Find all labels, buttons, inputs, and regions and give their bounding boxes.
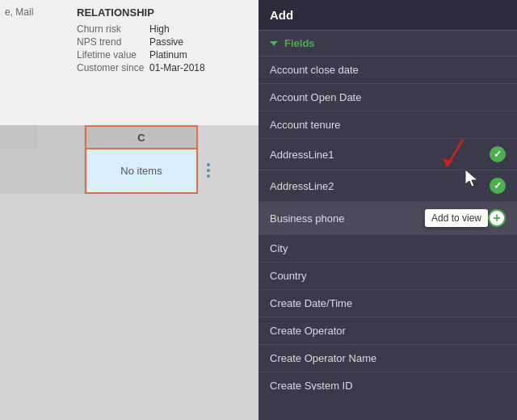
- field-item-account-close-date[interactable]: Account close date: [258, 57, 517, 84]
- field-item-create-datetime[interactable]: Create Date/Time: [258, 290, 517, 317]
- rel-row-churn: Churn risk High: [77, 23, 250, 35]
- add-panel-header: Add: [258, 0, 517, 31]
- grid-options-dots[interactable]: [204, 160, 213, 181]
- field-item-account-open-date[interactable]: Account Open Date: [258, 84, 517, 111]
- addressline1-check-icon: [490, 146, 506, 162]
- dot-2: [207, 169, 210, 172]
- partial-text-1: e, Mail: [5, 6, 69, 18]
- field-name-account-tenure: Account tenure: [270, 119, 340, 131]
- rel-label-customer-since: Customer since: [77, 62, 149, 74]
- business-phone-add-button[interactable]: [488, 209, 506, 227]
- rel-row-lifetime: Lifetime value Platinum: [77, 49, 250, 61]
- grid-header-row: C: [0, 125, 258, 149]
- field-item-create-operator-name[interactable]: Create Operator Name: [258, 345, 517, 372]
- relationship-section: RELATIONSHIP Churn risk High NPS trend P…: [69, 0, 258, 125]
- dot-1: [207, 163, 210, 166]
- field-name-create-system-id: Create System ID: [270, 380, 353, 390]
- col-placeholder-1: [0, 125, 36, 149]
- field-item-addressline2[interactable]: AddressLine2: [258, 170, 517, 202]
- relationship-title: RELATIONSHIP: [77, 6, 250, 19]
- rel-row-nps: NPS trend Passive: [77, 36, 250, 48]
- field-item-city[interactable]: City: [258, 235, 517, 262]
- field-name-account-open-date: Account Open Date: [270, 91, 361, 103]
- fields-section-header[interactable]: Fields: [258, 31, 517, 57]
- field-item-create-system-id[interactable]: Create System ID: [258, 372, 517, 390]
- field-name-create-operator-name: Create Operator Name: [270, 352, 376, 364]
- rel-label-churn: Churn risk: [77, 23, 149, 35]
- field-name-business-phone: Business phone: [270, 212, 345, 225]
- field-item-business-phone[interactable]: Business phone Add to view: [258, 202, 517, 235]
- rel-value-churn: High: [149, 23, 170, 35]
- no-items-cell: No items: [85, 149, 198, 194]
- field-item-country[interactable]: Country: [258, 262, 517, 290]
- rel-value-customer-since: 01-Mar-2018: [149, 62, 205, 74]
- grid-data-row: No items: [0, 149, 258, 194]
- dot-3: [207, 174, 210, 178]
- rel-value-nps: Passive: [149, 36, 183, 48]
- left-partial-section: e, Mail: [0, 0, 69, 125]
- field-name-addressline1: AddressLine1: [270, 149, 334, 161]
- add-to-view-tooltip: Add to view: [425, 209, 488, 227]
- grid-empty-cols: [0, 149, 85, 194]
- field-item-addressline1[interactable]: AddressLine1: [258, 139, 517, 170]
- field-name-account-close-date: Account close date: [270, 64, 359, 76]
- col-c-header: C: [85, 125, 198, 149]
- fields-scroll-area[interactable]: Fields Account close date Account Open D…: [258, 31, 517, 390]
- field-name-create-operator: Create Operator: [270, 325, 346, 337]
- field-name-country: Country: [270, 270, 307, 282]
- field-name-addressline2: AddressLine2: [270, 180, 334, 192]
- rel-label-lifetime: Lifetime value: [77, 49, 149, 61]
- field-name-city: City: [270, 242, 288, 254]
- field-name-create-datetime: Create Date/Time: [270, 297, 352, 309]
- fields-label: Fields: [284, 37, 315, 49]
- field-item-account-tenure[interactable]: Account tenure: [258, 111, 517, 139]
- rel-row-customer-since: Customer since 01-Mar-2018: [77, 62, 250, 74]
- col-placeholder-2: [36, 125, 85, 149]
- right-panel: Add Fields Account close date Account Op…: [258, 0, 517, 420]
- addressline2-check-icon: [490, 178, 506, 194]
- chevron-down-icon: [270, 41, 278, 46]
- rel-label-nps: NPS trend: [77, 36, 149, 48]
- grid-area: C No items: [0, 125, 258, 420]
- rel-value-lifetime: Platinum: [149, 49, 187, 61]
- field-item-create-operator[interactable]: Create Operator: [258, 317, 517, 345]
